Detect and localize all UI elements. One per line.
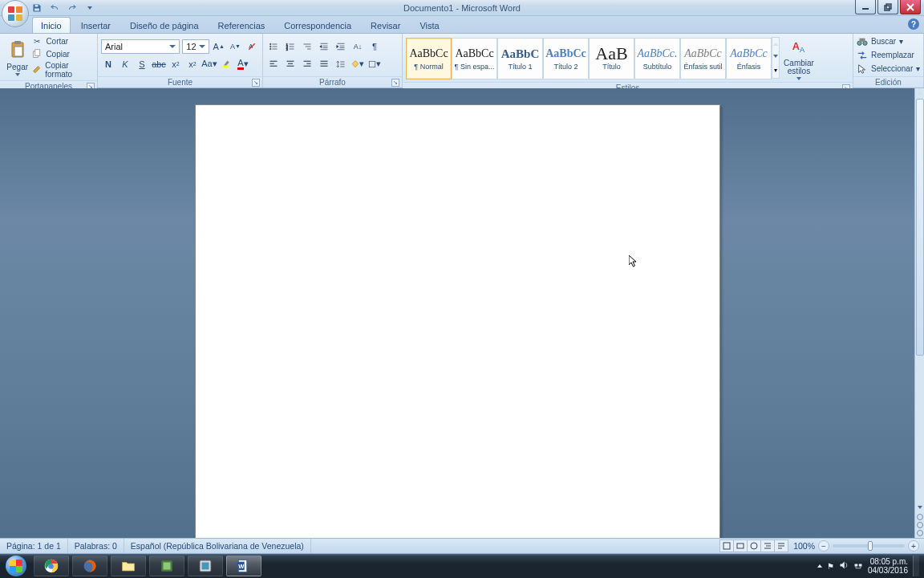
cut-button[interactable]: ✂Cortar [31, 35, 94, 47]
scroll-up-icon[interactable] [915, 88, 924, 98]
tray-overflow-icon[interactable] [817, 564, 822, 568]
change-styles-button[interactable]: AA Cambiar estilos [781, 35, 817, 80]
style-item-2[interactable]: AaBbCTítulo 1 [497, 38, 543, 79]
align-right-button[interactable] [300, 57, 314, 71]
style-item-7[interactable]: AaBbCcÉnfasis [726, 38, 772, 79]
prev-page-icon[interactable] [917, 514, 923, 520]
tray-flag-icon[interactable]: ⚑ [827, 562, 834, 571]
grow-font-button[interactable]: A▲ [212, 39, 226, 54]
clear-formatting-button[interactable]: A [245, 39, 259, 54]
redo-icon[interactable] [66, 2, 79, 14]
taskbar-app2[interactable] [188, 556, 223, 576]
select-button[interactable]: Seleccionar ▾ [857, 63, 920, 75]
subscript-button[interactable]: x2 [168, 57, 183, 71]
tab-correspondencia[interactable]: Correspondencia [275, 17, 360, 33]
replace-button[interactable]: Reemplazar [857, 50, 920, 61]
tray-network-icon[interactable] [853, 560, 863, 572]
zoom-in-button[interactable]: + [908, 540, 919, 552]
underline-button[interactable]: S [135, 57, 149, 71]
style-item-0[interactable]: AaBbCc¶ Normal [406, 38, 452, 79]
taskbar-firefox[interactable] [72, 556, 107, 576]
view-fullscreen-button[interactable] [733, 539, 748, 552]
bullets-button[interactable] [266, 39, 281, 54]
view-web-button[interactable] [747, 539, 761, 552]
next-page-icon[interactable] [917, 530, 923, 536]
help-icon[interactable]: ? [908, 18, 919, 30]
tab-referencias[interactable]: Referencias [209, 17, 274, 33]
bold-button[interactable]: N [101, 57, 116, 71]
tray-volume-icon[interactable] [839, 560, 849, 572]
align-center-button[interactable] [283, 57, 298, 71]
undo-icon[interactable] [48, 2, 61, 14]
taskbar-explorer[interactable] [111, 556, 146, 576]
taskbar-word[interactable]: W [226, 556, 261, 576]
highlight-button[interactable] [219, 57, 233, 71]
style-item-6[interactable]: AaBbCcÉnfasis sutil [680, 38, 726, 79]
font-name-combo[interactable]: Arial [101, 39, 180, 54]
zoom-slider[interactable] [833, 544, 905, 547]
format-painter-button[interactable]: Copiar formato [31, 61, 94, 79]
sort-button[interactable]: A↓ [351, 39, 365, 54]
zoom-slider-thumb[interactable] [868, 541, 873, 551]
tray-clock[interactable]: 08:05 p.m. 04/03/2016 [868, 557, 908, 575]
document-page[interactable] [195, 104, 720, 554]
show-desktop-button[interactable] [913, 556, 919, 576]
find-button[interactable]: Buscar ▾ [857, 36, 920, 47]
vertical-scrollbar[interactable] [914, 88, 924, 538]
increase-indent-button[interactable] [334, 39, 348, 54]
style-item-4[interactable]: AaBTítulo [589, 38, 634, 79]
browse-object-icon[interactable] [917, 522, 923, 528]
status-page[interactable]: Página: 1 de 1 [0, 539, 68, 553]
qat-customize-icon[interactable] [83, 2, 96, 14]
maximize-button[interactable] [877, 0, 898, 14]
dialog-launcher-icon[interactable]: ↘ [252, 79, 260, 87]
tab-diseno[interactable]: Diseño de página [121, 17, 208, 33]
styles-gallery[interactable]: AaBbCc¶ NormalAaBbCc¶ Sin espa...AaBbCTí… [406, 38, 772, 79]
start-button[interactable] [0, 554, 32, 578]
multilevel-list-button[interactable] [300, 39, 314, 54]
gallery-scroll[interactable]: ▾ [772, 37, 780, 79]
save-icon[interactable] [30, 2, 43, 14]
tab-inicio[interactable]: Inicio [32, 17, 71, 33]
style-item-3[interactable]: AaBbCcTítulo 2 [543, 38, 589, 79]
tab-vista[interactable]: Vista [411, 17, 448, 33]
zoom-level[interactable]: 100% [793, 541, 815, 551]
change-case-button[interactable]: Aa▾ [202, 57, 217, 71]
align-left-button[interactable] [266, 57, 281, 71]
style-item-5[interactable]: AaBbCc.Subtítulo [634, 38, 680, 79]
scrollbar-thumb[interactable] [916, 99, 924, 356]
view-draft-button[interactable] [774, 539, 788, 552]
style-item-1[interactable]: AaBbCc¶ Sin espa... [452, 38, 497, 79]
superscript-button[interactable]: x2 [185, 57, 200, 71]
font-size-combo[interactable]: 12 [182, 39, 209, 54]
close-button[interactable] [900, 0, 921, 14]
status-language[interactable]: Español (República Bolivariana de Venezu… [124, 539, 311, 553]
scroll-down-icon[interactable] [915, 503, 924, 512]
office-button[interactable] [2, 0, 29, 27]
svg-point-18 [270, 48, 272, 50]
minimize-button[interactable] [855, 0, 876, 14]
paste-button[interactable]: Pegar [5, 39, 30, 76]
tab-insertar[interactable]: Insertar [72, 17, 120, 33]
shading-button[interactable]: ▾ [351, 57, 365, 71]
tab-revisar[interactable]: Revisar [362, 17, 409, 33]
copy-button[interactable]: Copiar [31, 48, 94, 59]
borders-button[interactable]: ▾ [367, 57, 382, 71]
dialog-launcher-icon[interactable]: ↘ [391, 79, 399, 87]
decrease-indent-button[interactable] [317, 39, 331, 54]
taskbar-app1[interactable] [149, 556, 184, 576]
taskbar-chrome[interactable] [34, 556, 69, 576]
numbering-button[interactable]: 123 [283, 39, 298, 54]
strikethrough-button[interactable]: abc [152, 57, 166, 71]
show-marks-button[interactable]: ¶ [367, 39, 382, 54]
italic-button[interactable]: K [118, 57, 132, 71]
view-print-layout-button[interactable] [719, 539, 734, 552]
justify-button[interactable] [317, 57, 331, 71]
style-name-label: ¶ Normal [414, 63, 443, 71]
line-spacing-button[interactable] [334, 57, 348, 71]
view-outline-button[interactable] [760, 539, 775, 552]
shrink-font-button[interactable]: A▼ [229, 39, 243, 54]
font-color-button[interactable]: A▾ [236, 57, 250, 71]
status-words[interactable]: Palabras: 0 [68, 539, 124, 553]
zoom-out-button[interactable]: − [818, 540, 829, 552]
